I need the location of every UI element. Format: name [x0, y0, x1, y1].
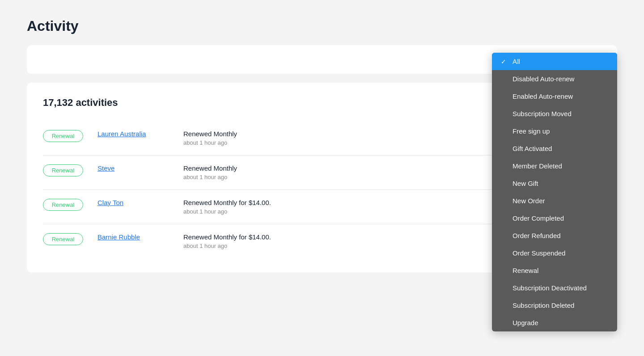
page-title: Activity — [27, 18, 617, 34]
user-link[interactable]: Barnie Rubble — [97, 233, 169, 241]
dropdown-item[interactable]: Gift Activated — [492, 140, 617, 157]
dropdown-item[interactable]: Order Completed — [492, 209, 617, 227]
dropdown-item[interactable]: Enabled Auto-renew — [492, 88, 617, 105]
dropdown-item-label: Disabled Auto-renew — [513, 75, 608, 83]
dropdown-item-label: Subscription Deleted — [513, 302, 608, 309]
dropdown-item-label: Enabled Auto-renew — [513, 92, 608, 100]
dropdown-item-label: New Gift — [513, 180, 608, 187]
dropdown-item[interactable]: New Gift — [492, 175, 617, 192]
dropdown-item[interactable]: Order Suspended — [492, 244, 617, 262]
dropdown-item[interactable]: Subscription Deleted — [492, 297, 617, 314]
page-container: Activity 17,132 activities Renewal Laure… — [0, 0, 644, 290]
dropdown-item-label: Upgrade — [513, 319, 608, 327]
dropdown-menu[interactable]: ✓ All Disabled Auto-renew Enabled Auto-r… — [492, 53, 617, 331]
dropdown-item-label: Order Suspended — [513, 249, 608, 257]
dropdown-item[interactable]: Subscription Deactivated — [492, 279, 617, 297]
dropdown-item[interactable]: Upgrade — [492, 314, 617, 331]
dropdown-item[interactable]: Subscription Moved — [492, 105, 617, 122]
dropdown-item[interactable]: Member Deleted — [492, 157, 617, 175]
user-link[interactable]: Steve — [97, 164, 169, 172]
user-link[interactable]: Clay Ton — [97, 199, 169, 206]
activity-badge: Renewal — [43, 233, 83, 245]
dropdown-item-label: Subscription Moved — [513, 110, 608, 117]
activity-badge: Renewal — [43, 199, 83, 211]
dropdown-item-label: New Order — [513, 197, 608, 205]
activity-badge: Renewal — [43, 164, 83, 176]
dropdown-item[interactable]: ✓ All — [492, 53, 617, 70]
dropdown-item[interactable]: Free sign up — [492, 122, 617, 140]
dropdown-item-label: Subscription Deactivated — [513, 284, 608, 292]
checkmark-icon: ✓ — [501, 58, 508, 65]
user-link[interactable]: Lauren Australia — [97, 130, 169, 138]
dropdown-item-label: Free sign up — [513, 127, 608, 135]
dropdown-item-label: Gift Activated — [513, 145, 608, 152]
dropdown-item-label: Order Refunded — [513, 232, 608, 239]
activity-badge: Renewal — [43, 130, 83, 142]
dropdown-item-label: Renewal — [513, 267, 608, 274]
dropdown-item-label: Order Completed — [513, 214, 608, 222]
dropdown-overlay: ✓ All Disabled Auto-renew Enabled Auto-r… — [492, 53, 617, 331]
dropdown-item-label: Member Deleted — [513, 162, 608, 170]
dropdown-item[interactable]: Order Refunded — [492, 227, 617, 244]
dropdown-item[interactable]: Renewal — [492, 262, 617, 279]
dropdown-item[interactable]: New Order — [492, 192, 617, 209]
dropdown-item-label: All — [513, 58, 608, 65]
dropdown-item[interactable]: Disabled Auto-renew — [492, 70, 617, 88]
